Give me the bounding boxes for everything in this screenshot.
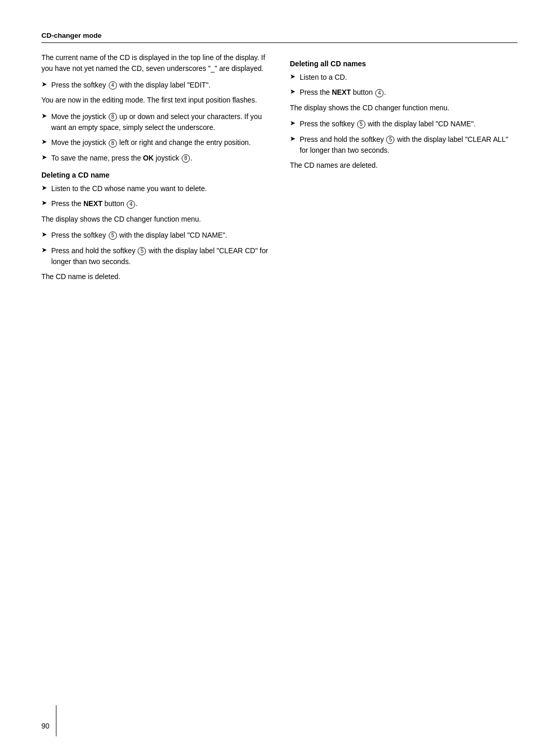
next-bold-2: NEXT [332,89,351,96]
bullet-listen-cd-delete-text: Listen to the CD whose name you want to … [51,183,207,194]
circle-8-ok: 8 [182,154,190,163]
circle-8-leftright: 8 [109,139,117,148]
bullet-press-next-all: ➤ Press the NEXT button 4. [290,87,518,98]
bullet-joystick-leftright: ➤ Move the joystick 8 left or right and … [41,137,269,148]
bullet-softkey-cdname-all-text: Press the softkey 5 with the display lab… [300,119,476,129]
bullet-listen-cd-all-text: Listen to a CD. [300,72,347,83]
bullet-softkey-cdname: ➤ Press the softkey 5 with the display l… [41,230,269,241]
arrow-icon-12: ➤ [290,135,296,142]
circle-5-cdname-all: 5 [357,120,365,128]
page-number-divider [56,705,56,736]
next-bold-1: NEXT [83,200,102,208]
circle-5-clearcd: 5 [138,247,146,255]
arrow-icon-1: ➤ [41,80,47,88]
bullet-save-ok-text: To save the name, press the OK joystick … [51,153,193,164]
arrow-icon-8: ➤ [41,246,47,254]
arrow-icon-7: ➤ [41,230,47,238]
arrow-icon-6: ➤ [41,199,47,207]
bullet-softkey-edit: ➤ Press the softkey 4 with the display l… [41,80,269,91]
header-title: CD-changer mode [41,32,101,39]
bullet-listen-cd-all: ➤ Listen to a CD. [290,72,518,83]
bullet-save-ok: ➤ To save the name, press the OK joystic… [41,153,269,164]
two-column-layout: The current name of the CD is displayed … [41,52,518,288]
arrow-icon-4: ➤ [41,153,47,161]
bullet-joystick-leftright-text: Move the joystick 8 left or right and ch… [51,137,251,148]
circle-8-updown: 8 [109,113,117,121]
arrow-icon-9: ➤ [290,72,296,80]
bullet-press-next-all-text: Press the NEXT button 4. [300,87,386,98]
circle-5-clearall: 5 [386,136,394,144]
bullet-joystick-updown-text: Move the joystick 8 up or down and selec… [51,111,269,134]
bullet-press-next-delete-text: Press the NEXT button 4. [51,198,138,209]
right-column: Deleting all CD names ➤ Listen to a CD. … [290,52,518,288]
display-shows-2: The display shows the CD changer functio… [290,103,518,113]
circle-4-next: 4 [127,200,135,209]
cd-name-deleted: The CD name is deleted. [41,271,269,282]
intro-paragraph: The current name of the CD is displayed … [41,52,269,75]
bullet-hold-clearcd: ➤ Press and hold the softkey 5 with the … [41,245,269,268]
bullet-joystick-updown: ➤ Move the joystick 8 up or down and sel… [41,111,269,134]
arrow-icon-3: ➤ [41,138,47,146]
circle-5-cdname: 5 [109,231,117,240]
deleting-all-cd-names-heading: Deleting all CD names [290,60,518,68]
editing-mode-paragraph: You are now in the editing mode. The fir… [41,95,269,106]
bullet-hold-clearall-text: Press and hold the softkey 5 with the di… [300,134,518,156]
bullet-softkey-edit-text: Press the softkey 4 with the display lab… [51,80,211,91]
arrow-icon-11: ➤ [290,119,296,127]
bullet-hold-clearcd-text: Press and hold the softkey 5 with the di… [51,245,269,268]
cd-names-deleted: The CD names are deleted. [290,160,518,171]
circle-4-next-all: 4 [375,89,384,97]
bullet-softkey-cdname-all: ➤ Press the softkey 5 with the display l… [290,119,518,129]
deleting-cd-name-heading: Deleting a CD name [41,171,269,179]
bullet-hold-clearall: ➤ Press and hold the softkey 5 with the … [290,134,518,156]
bullet-listen-cd-delete: ➤ Listen to the CD whose name you want t… [41,183,269,194]
arrow-icon-5: ➤ [41,184,47,192]
arrow-icon-2: ➤ [41,112,47,120]
ok-bold: OK [143,154,154,162]
left-column: The current name of the CD is displayed … [41,52,269,288]
bullet-softkey-cdname-text: Press the softkey 5 with the display lab… [51,230,227,241]
arrow-icon-10: ➤ [290,88,296,95]
bullet-press-next-delete: ➤ Press the NEXT button 4. [41,198,269,209]
display-shows-1: The display shows the CD changer functio… [41,214,269,225]
page: CD-changer mode The current name of the … [0,0,559,756]
circle-4-edit: 4 [109,81,117,90]
page-number: 90 [41,722,49,730]
header-section: CD-changer mode [41,31,518,43]
